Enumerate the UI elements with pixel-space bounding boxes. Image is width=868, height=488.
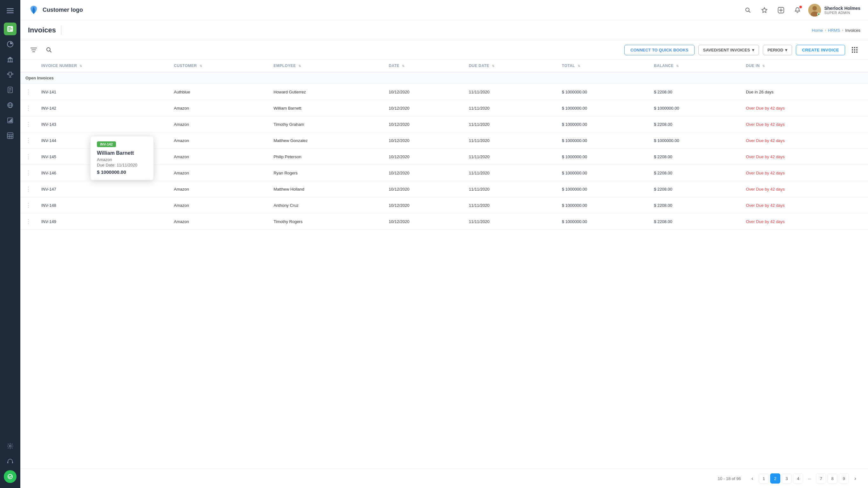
cell-date-6: 10/12/2020 [384, 181, 464, 197]
sort-icon-total: ⇅ [578, 64, 581, 68]
row-menu-8[interactable]: ⋮ [25, 218, 31, 224]
cell-customer-8: Amazon [169, 214, 269, 230]
svg-rect-2 [7, 12, 14, 13]
cell-employee-7: Anthony Cruz [269, 197, 384, 214]
col-total[interactable]: TOTAL ⇅ [557, 60, 649, 72]
cell-due-date-4: 11/11/2020 [464, 149, 557, 165]
saved-sent-invoices-button[interactable]: SAVED/SENT INVOICES ▾ [698, 45, 759, 55]
sidebar-icon-settings[interactable] [4, 440, 17, 452]
col-due-in[interactable]: DUE IN ⇅ [741, 60, 868, 72]
saved-sent-chevron: ▾ [752, 48, 754, 53]
period-button[interactable]: PERIOD ▾ [763, 45, 793, 55]
cell-due-date-1: 11/11/2020 [464, 100, 557, 116]
svg-rect-55 [856, 52, 858, 53]
pagination-page-7[interactable]: 7 [816, 474, 826, 484]
breadcrumb-hrms[interactable]: HRMS [828, 28, 840, 33]
row-menu-3[interactable]: ⋮ [25, 137, 31, 144]
pagination-page-4[interactable]: 4 [793, 474, 803, 484]
page-title-divider [61, 25, 61, 35]
table-header-row: INVOICE NUMBER ⇅ CUSTOMER ⇅ EMPLOYEE ⇅ D… [20, 60, 868, 72]
table-row[interactable]: ⋮ INV-141 Authblue Howard Gutierrez 10/1… [20, 84, 868, 100]
sidebar-icon-report[interactable] [4, 114, 17, 127]
row-menu-6[interactable]: ⋮ [25, 186, 31, 192]
col-invoice-number[interactable]: INVOICE NUMBER ⇅ [36, 60, 169, 72]
pagination-page-1[interactable]: 1 [759, 474, 769, 484]
cell-due-in-6: Over Due by 42 days [741, 181, 868, 197]
pagination-page-9[interactable]: 9 [839, 474, 849, 484]
sidebar-icon-headset[interactable] [4, 455, 17, 468]
svg-rect-10 [10, 59, 10, 62]
star-button[interactable] [759, 4, 770, 16]
user-area[interactable]: Sherlock Holmes SUPER ADMIN [808, 4, 860, 17]
cell-total-3: $ 1000000.00 [557, 132, 649, 149]
pagination-next[interactable]: › [850, 474, 860, 484]
hamburger-menu[interactable] [4, 5, 16, 18]
col-balance[interactable]: BALANCE ⇅ [649, 60, 741, 72]
cell-invoice-2: INV-143 [36, 116, 169, 132]
svg-rect-47 [852, 47, 853, 48]
svg-rect-52 [856, 49, 858, 51]
svg-rect-9 [8, 59, 8, 62]
svg-rect-6 [8, 30, 10, 30]
pagination-page-3[interactable]: 3 [782, 474, 792, 484]
col-date[interactable]: DATE ⇅ [384, 60, 464, 72]
header-actions: Sherlock Holmes SUPER ADMIN [742, 4, 860, 17]
search-icon[interactable] [43, 44, 55, 56]
row-menu-0[interactable]: ⋮ [25, 89, 31, 95]
col-due-date[interactable]: DUE DATE ⇅ [464, 60, 557, 72]
table-row[interactable]: ⋮ INV-143 Amazon Timothy Graham 10/12/20… [20, 116, 868, 132]
cell-date-5: 10/12/2020 [384, 165, 464, 181]
cell-due-date-6: 11/11/2020 [464, 181, 557, 197]
svg-rect-25 [7, 133, 13, 139]
sidebar-icon-bank[interactable] [4, 53, 17, 66]
sidebar-icon-globe[interactable] [4, 99, 17, 112]
tooltip-company: Amazon [97, 157, 147, 162]
svg-rect-32 [12, 462, 13, 463]
sort-icon-due-in: ⇅ [762, 64, 765, 68]
top-header: Customer logo [20, 0, 868, 20]
col-employee[interactable]: EMPLOYEE ⇅ [269, 60, 384, 72]
sidebar-icon-invoices[interactable] [4, 23, 17, 35]
row-menu-5[interactable]: ⋮ [25, 170, 31, 176]
row-menu-1[interactable]: ⋮ [25, 105, 31, 111]
add-button[interactable] [775, 4, 787, 16]
cell-customer-0: Authblue [169, 84, 269, 100]
connect-quickbooks-button[interactable]: CONNECT TO QUICK BOOKS [624, 45, 694, 55]
cell-balance-5: $ 2208.00 [649, 165, 741, 181]
svg-rect-1 [7, 10, 14, 11]
col-customer[interactable]: CUSTOMER ⇅ [169, 60, 269, 72]
breadcrumb-sep-2: › [842, 28, 843, 32]
svg-rect-11 [12, 59, 12, 62]
online-indicator [817, 13, 820, 16]
cell-total-6: $ 1000000.00 [557, 181, 649, 197]
svg-line-46 [50, 51, 52, 53]
sidebar-icon-chart[interactable] [4, 38, 17, 51]
section-label: Open Invoices [20, 72, 868, 84]
sidebar-icon-trophy[interactable] [4, 68, 17, 81]
row-menu-2[interactable]: ⋮ [25, 121, 31, 127]
table-row[interactable]: ⋮ INV-142 Amazon William Barnett 10/12/2… [20, 100, 868, 116]
grid-view-button[interactable] [849, 44, 860, 56]
pagination-page-8[interactable]: 8 [827, 474, 837, 484]
sort-icon-employee: ⇅ [298, 64, 301, 68]
sidebar-icon-status[interactable] [4, 470, 17, 483]
sidebar-icon-doc[interactable] [4, 84, 17, 96]
cell-due-in-0: Due in 26 days [741, 84, 868, 100]
search-button[interactable] [742, 4, 754, 16]
breadcrumb-sep-1: › [825, 28, 826, 32]
breadcrumb-home[interactable]: Home [812, 28, 823, 33]
notification-button[interactable] [792, 4, 803, 16]
table-row[interactable]: ⋮ INV-148 Amazon Anthony Cruz 10/12/2020… [20, 197, 868, 214]
pagination-prev[interactable]: ‹ [747, 474, 757, 484]
pagination-page-2[interactable]: 2 [770, 474, 780, 484]
filter-button[interactable] [28, 44, 39, 56]
table-row[interactable]: ⋮ INV-147 Amazon Matthew Holland 10/12/2… [20, 181, 868, 197]
table-row[interactable]: ⋮ INV-149 Amazon Timothy Rogers 10/12/20… [20, 214, 868, 230]
pagination-info: 10 - 18 of 96 [718, 476, 741, 481]
row-menu-7[interactable]: ⋮ [25, 202, 31, 208]
cell-date-7: 10/12/2020 [384, 197, 464, 214]
row-menu-4[interactable]: ⋮ [25, 153, 31, 160]
sidebar-icon-table[interactable] [4, 129, 17, 142]
create-invoice-button[interactable]: CREATE INVOICE [796, 45, 845, 55]
breadcrumb: Home › HRMS › Invoices [812, 28, 860, 38]
